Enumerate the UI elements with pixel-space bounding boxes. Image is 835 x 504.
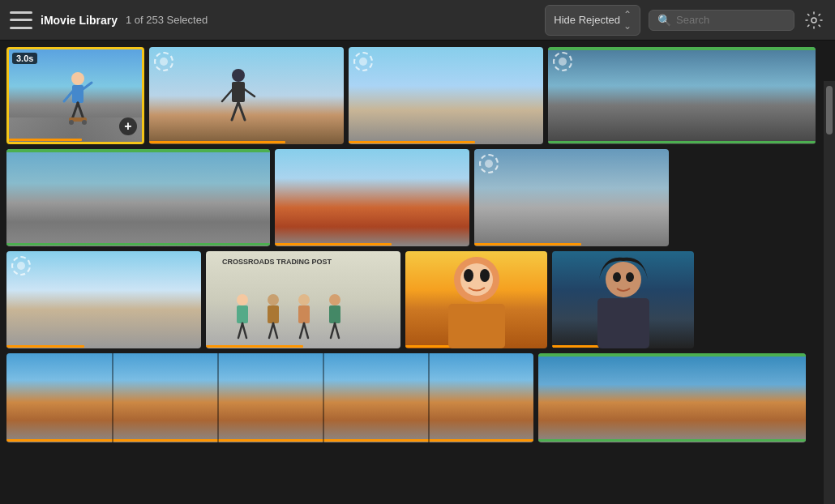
clip-progress-bar [474,243,581,246]
svg-point-10 [232,69,245,82]
search-input[interactable] [676,14,786,26]
svg-rect-11 [232,82,245,102]
svg-point-0 [811,18,816,23]
svg-rect-38 [597,298,649,348]
clip-progress-bar-container [548,141,816,144]
svg-line-19 [242,323,246,338]
svg-point-20 [268,294,279,305]
svg-rect-21 [268,305,279,323]
svg-rect-2 [72,85,84,103]
clip-progress-bar-container [6,345,201,348]
film-reel-icon [11,256,31,275]
svg-point-39 [613,272,621,282]
grid-row-1: 3.0s + [6,47,819,144]
toolbar: iMovie Library 1 of 253 Selected Hide Re… [0,0,835,41]
clip-progress-bar-container [6,439,533,442]
film-reel-icon [553,52,572,71]
search-icon: 🔍 [657,14,671,27]
top-green-bar [538,353,806,357]
svg-line-3 [72,103,78,119]
clip-cell-c12[interactable] [6,353,533,442]
svg-point-24 [298,294,310,305]
clip-separator [112,353,113,442]
clip-progress-bar [548,141,816,143]
clip-progress-bar-container [6,243,270,246]
clip-progress-bar [206,345,303,348]
svg-line-14 [222,88,233,101]
clip-cell-c2[interactable] [149,47,344,144]
clip-cell-c5[interactable] [6,149,270,246]
clip-cell-c3[interactable] [349,47,543,144]
svg-point-40 [626,272,634,282]
media-grid: 3.0s + [0,41,835,504]
svg-line-30 [331,323,335,338]
top-green-bar [548,47,816,50]
clip-cell-c11[interactable] [552,251,694,348]
scrollbar-thumb[interactable] [826,86,833,135]
clip-progress-bar-container [206,345,400,348]
svg-line-18 [238,323,242,338]
svg-rect-34 [448,304,505,348]
svg-rect-17 [237,305,248,323]
film-reel-icon [479,154,499,173]
hide-rejected-button[interactable]: Hide Rejected ⌃⌄ [545,5,640,36]
svg-line-22 [269,323,273,338]
svg-rect-29 [329,305,340,323]
clip-progress-bar [538,439,806,442]
clip-cell-c13[interactable] [538,353,806,442]
clip-cell-c9[interactable]: CROSSROADS TRADING POST [206,251,400,348]
clip-cell-c8[interactable] [6,251,201,348]
clip-cell-c7[interactable] [474,149,669,246]
svg-point-8 [69,120,74,125]
settings-button[interactable] [803,9,825,32]
search-box: 🔍 [649,10,794,31]
svg-line-12 [232,102,238,120]
svg-line-15 [243,88,255,96]
grid-row-2 [6,149,819,246]
svg-point-35 [464,269,473,282]
clip-progress-bar [149,141,285,143]
clip-cell-c10[interactable] [405,251,547,348]
top-green-bar [6,149,270,152]
clip-progress-bar-container [349,141,543,144]
clip-progress-bar-container [538,439,806,442]
clip-progress-bar [9,139,82,141]
add-to-timeline-button[interactable]: + [119,117,137,135]
clip-cell-c1[interactable]: 3.0s + [6,47,144,144]
clip-cell-c4[interactable] [548,47,816,144]
svg-point-1 [71,72,84,85]
clip-progress-bar [6,345,84,348]
clip-progress-bar [6,439,533,442]
clip-separator [428,353,430,442]
svg-line-4 [78,103,84,119]
svg-line-31 [335,323,339,338]
clip-progress-bar-container [474,243,669,246]
clip-progress-bar [275,243,392,246]
clip-progress-bar [6,243,270,246]
clip-separator [323,353,324,442]
clip-progress-bar [349,141,475,143]
sidebar-toggle-button[interactable] [10,11,32,29]
svg-point-36 [480,269,490,282]
scrollbar-track[interactable] [824,81,835,504]
svg-point-28 [329,294,340,305]
duration-badge: 3.0s [12,53,37,64]
svg-point-37 [606,262,641,297]
main-content: 3.0s + [0,41,835,504]
clip-progress-bar-container [9,139,142,142]
svg-point-16 [237,294,248,305]
clip-separator [217,353,219,442]
film-reel-icon [154,52,173,71]
chevron-up-down-icon: ⌃⌄ [623,9,632,32]
selection-count: 1 of 253 Selected [126,14,208,26]
film-reel-icon [353,52,373,71]
svg-rect-25 [298,305,310,323]
clip-progress-bar-container [149,141,344,144]
library-title: iMovie Library [41,14,118,27]
svg-line-13 [238,102,245,120]
svg-line-23 [273,323,277,338]
grid-row-3: CROSSROADS TRADING POST [6,251,819,348]
hide-rejected-label: Hide Rejected [554,14,620,26]
clip-progress-bar-container [275,243,469,246]
clip-cell-c6[interactable] [275,149,469,246]
